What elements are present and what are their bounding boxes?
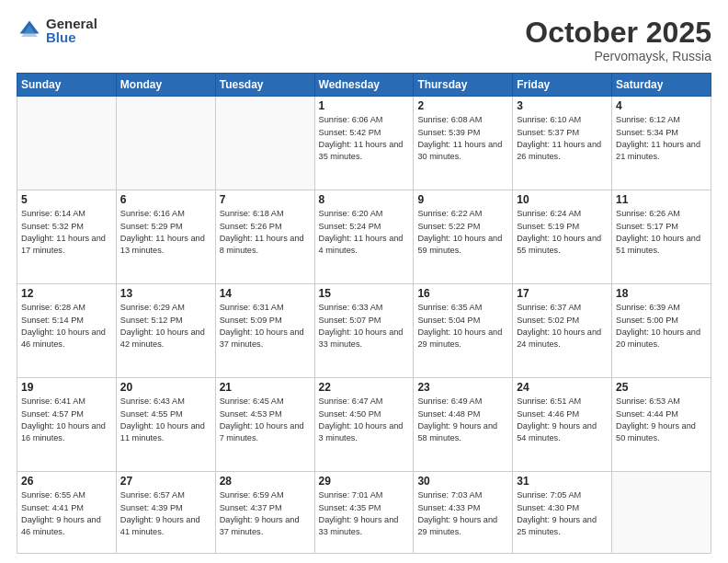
table-row: 23Sunrise: 6:49 AM Sunset: 4:48 PM Dayli… <box>414 378 513 472</box>
table-row: 10Sunrise: 6:24 AM Sunset: 5:19 PM Dayli… <box>513 190 612 284</box>
table-row: 7Sunrise: 6:18 AM Sunset: 5:26 PM Daylig… <box>215 190 314 284</box>
table-row: 4Sunrise: 6:12 AM Sunset: 5:34 PM Daylig… <box>612 97 711 190</box>
table-row: 2Sunrise: 6:08 AM Sunset: 5:39 PM Daylig… <box>414 97 513 190</box>
day-number: 21 <box>220 381 311 394</box>
day-number: 6 <box>120 193 211 206</box>
day-number: 18 <box>616 287 707 300</box>
day-number: 14 <box>220 287 311 300</box>
col-saturday: Saturday <box>612 74 711 97</box>
table-row <box>612 472 711 554</box>
calendar-header-row: Sunday Monday Tuesday Wednesday Thursday… <box>17 74 711 97</box>
day-info: Sunrise: 7:05 AM Sunset: 4:30 PM Dayligh… <box>517 489 608 538</box>
table-row: 17Sunrise: 6:37 AM Sunset: 5:02 PM Dayli… <box>513 284 612 378</box>
table-row: 21Sunrise: 6:45 AM Sunset: 4:53 PM Dayli… <box>215 378 314 472</box>
day-number: 8 <box>319 193 410 206</box>
table-row: 13Sunrise: 6:29 AM Sunset: 5:12 PM Dayli… <box>116 284 215 378</box>
title-area: October 2025 Pervomaysk, Russia <box>525 17 711 63</box>
day-number: 15 <box>319 287 410 300</box>
day-info: Sunrise: 6:53 AM Sunset: 4:44 PM Dayligh… <box>616 396 707 444</box>
day-info: Sunrise: 7:03 AM Sunset: 4:33 PM Dayligh… <box>417 489 508 538</box>
day-number: 23 <box>417 381 508 394</box>
logo-general-text: General <box>46 17 97 30</box>
day-number: 12 <box>21 287 112 300</box>
logo-icon <box>17 17 42 43</box>
day-info: Sunrise: 6:37 AM Sunset: 5:02 PM Dayligh… <box>517 302 608 350</box>
calendar-week-row: 5Sunrise: 6:14 AM Sunset: 5:32 PM Daylig… <box>17 190 711 284</box>
table-row: 15Sunrise: 6:33 AM Sunset: 5:07 PM Dayli… <box>314 284 414 378</box>
day-info: Sunrise: 6:35 AM Sunset: 5:04 PM Dayligh… <box>417 302 508 350</box>
day-number: 7 <box>220 193 311 206</box>
day-number: 19 <box>21 381 112 394</box>
day-info: Sunrise: 6:10 AM Sunset: 5:37 PM Dayligh… <box>517 114 608 163</box>
table-row: 31Sunrise: 7:05 AM Sunset: 4:30 PM Dayli… <box>513 472 612 554</box>
day-info: Sunrise: 6:14 AM Sunset: 5:32 PM Dayligh… <box>21 208 112 257</box>
table-row: 3Sunrise: 6:10 AM Sunset: 5:37 PM Daylig… <box>513 97 612 190</box>
col-friday: Friday <box>513 74 612 97</box>
day-info: Sunrise: 6:59 AM Sunset: 4:37 PM Dayligh… <box>220 489 311 538</box>
table-row: 27Sunrise: 6:57 AM Sunset: 4:39 PM Dayli… <box>116 472 215 554</box>
table-row <box>116 97 215 190</box>
day-info: Sunrise: 6:08 AM Sunset: 5:39 PM Dayligh… <box>417 114 508 163</box>
table-row: 16Sunrise: 6:35 AM Sunset: 5:04 PM Dayli… <box>414 284 513 378</box>
day-info: Sunrise: 6:31 AM Sunset: 5:09 PM Dayligh… <box>220 302 311 350</box>
day-number: 28 <box>220 475 311 488</box>
logo-blue-text: Blue <box>46 30 97 44</box>
table-row: 24Sunrise: 6:51 AM Sunset: 4:46 PM Dayli… <box>513 378 612 472</box>
table-row: 20Sunrise: 6:43 AM Sunset: 4:55 PM Dayli… <box>116 378 215 472</box>
day-info: Sunrise: 6:06 AM Sunset: 5:42 PM Dayligh… <box>319 114 410 163</box>
table-row: 30Sunrise: 7:03 AM Sunset: 4:33 PM Dayli… <box>414 472 513 554</box>
day-info: Sunrise: 6:26 AM Sunset: 5:17 PM Dayligh… <box>616 208 707 257</box>
table-row: 8Sunrise: 6:20 AM Sunset: 5:24 PM Daylig… <box>314 190 414 284</box>
day-info: Sunrise: 6:49 AM Sunset: 4:48 PM Dayligh… <box>417 396 508 444</box>
day-number: 17 <box>517 287 608 300</box>
day-number: 16 <box>417 287 508 300</box>
day-number: 4 <box>616 99 707 112</box>
table-row: 18Sunrise: 6:39 AM Sunset: 5:00 PM Dayli… <box>612 284 711 378</box>
page: General Blue October 2025 Pervomaysk, Ru… <box>0 0 728 563</box>
day-number: 29 <box>319 475 410 488</box>
calendar-week-row: 19Sunrise: 6:41 AM Sunset: 4:57 PM Dayli… <box>17 378 711 472</box>
logo: General Blue <box>17 17 97 44</box>
day-info: Sunrise: 6:28 AM Sunset: 5:14 PM Dayligh… <box>21 302 112 350</box>
day-info: Sunrise: 6:55 AM Sunset: 4:41 PM Dayligh… <box>21 489 112 538</box>
day-number: 31 <box>517 475 608 488</box>
day-number: 24 <box>517 381 608 394</box>
day-number: 3 <box>517 99 608 112</box>
day-info: Sunrise: 6:24 AM Sunset: 5:19 PM Dayligh… <box>517 208 608 257</box>
logo-text: General Blue <box>46 17 97 44</box>
table-row: 11Sunrise: 6:26 AM Sunset: 5:17 PM Dayli… <box>612 190 711 284</box>
day-number: 25 <box>616 381 707 394</box>
col-thursday: Thursday <box>414 74 513 97</box>
table-row: 1Sunrise: 6:06 AM Sunset: 5:42 PM Daylig… <box>314 97 414 190</box>
table-row: 26Sunrise: 6:55 AM Sunset: 4:41 PM Dayli… <box>17 472 117 554</box>
day-number: 10 <box>517 193 608 206</box>
day-number: 9 <box>417 193 508 206</box>
day-number: 5 <box>21 193 112 206</box>
day-info: Sunrise: 6:47 AM Sunset: 4:50 PM Dayligh… <box>319 396 410 444</box>
table-row: 29Sunrise: 7:01 AM Sunset: 4:35 PM Dayli… <box>314 472 414 554</box>
day-info: Sunrise: 6:18 AM Sunset: 5:26 PM Dayligh… <box>220 208 311 257</box>
day-number: 1 <box>319 99 410 112</box>
col-tuesday: Tuesday <box>215 74 314 97</box>
table-row: 5Sunrise: 6:14 AM Sunset: 5:32 PM Daylig… <box>17 190 117 284</box>
day-number: 22 <box>319 381 410 394</box>
month-title: October 2025 <box>525 17 711 49</box>
table-row: 28Sunrise: 6:59 AM Sunset: 4:37 PM Dayli… <box>215 472 314 554</box>
table-row <box>17 97 117 190</box>
day-info: Sunrise: 6:20 AM Sunset: 5:24 PM Dayligh… <box>319 208 410 257</box>
day-number: 30 <box>417 475 508 488</box>
day-info: Sunrise: 7:01 AM Sunset: 4:35 PM Dayligh… <box>319 489 410 538</box>
day-number: 20 <box>120 381 211 394</box>
calendar-week-row: 12Sunrise: 6:28 AM Sunset: 5:14 PM Dayli… <box>17 284 711 378</box>
day-number: 13 <box>120 287 211 300</box>
col-sunday: Sunday <box>17 74 117 97</box>
day-info: Sunrise: 6:51 AM Sunset: 4:46 PM Dayligh… <box>517 396 608 444</box>
col-wednesday: Wednesday <box>314 74 414 97</box>
day-number: 11 <box>616 193 707 206</box>
table-row: 12Sunrise: 6:28 AM Sunset: 5:14 PM Dayli… <box>17 284 117 378</box>
table-row: 19Sunrise: 6:41 AM Sunset: 4:57 PM Dayli… <box>17 378 117 472</box>
calendar-table: Sunday Monday Tuesday Wednesday Thursday… <box>17 73 711 554</box>
table-row: 14Sunrise: 6:31 AM Sunset: 5:09 PM Dayli… <box>215 284 314 378</box>
day-info: Sunrise: 6:41 AM Sunset: 4:57 PM Dayligh… <box>21 396 112 444</box>
day-info: Sunrise: 6:16 AM Sunset: 5:29 PM Dayligh… <box>120 208 211 257</box>
